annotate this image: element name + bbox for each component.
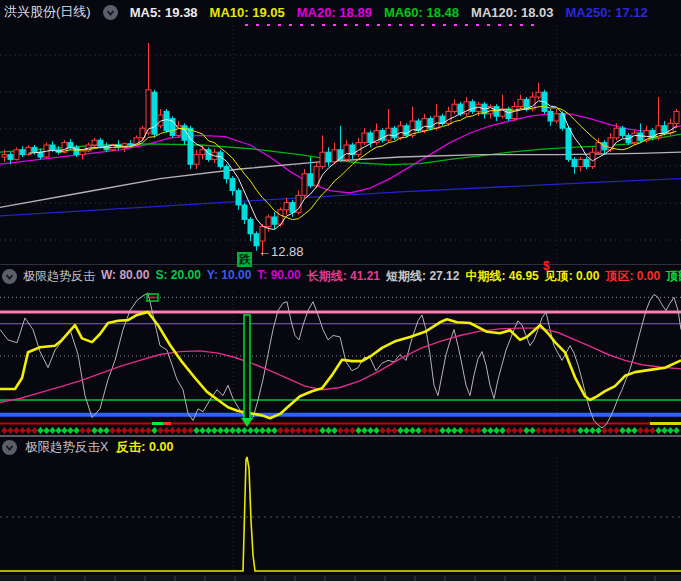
signal-header: 极限趋势反击X 反击: 0.00: [2, 439, 173, 456]
param-W: W: 80.00: [101, 268, 149, 285]
param-短期线: 短期线: 27.12: [386, 268, 459, 285]
param-T: T: 90.00: [257, 268, 300, 285]
param-MA5: MA5: 19.38: [130, 5, 198, 20]
param-MA250: MA250: 17.12: [565, 5, 647, 20]
collapse-chevron-button[interactable]: [2, 440, 17, 455]
signal-panel[interactable]: [0, 457, 681, 581]
trading-app-window: 洪兴股份(日线) MA5: 19.38MA10: 19.05MA20: 18.8…: [0, 0, 681, 581]
dollar-marker: $: [543, 259, 550, 273]
candlestick-panel[interactable]: [0, 25, 681, 265]
param-MA60: MA60: 18.48: [384, 5, 459, 20]
counterattack-value: 反击: 0.00: [116, 439, 173, 456]
indicator-panel[interactable]: [0, 292, 681, 434]
param-中期线: 中期线: 46.95: [465, 268, 538, 285]
low-price-annotation: ←12.88: [258, 244, 304, 259]
indicator-param-list: W: 80.00S: 20.00Y: 10.00T: 90.00长期线: 41.…: [101, 268, 681, 285]
param-MA10: MA10: 19.05: [210, 5, 285, 20]
indicator-header: 极限趋势反击 W: 80.00S: 20.00Y: 10.00T: 90.00长…: [2, 268, 681, 285]
param-MA20: MA20: 18.89: [297, 5, 372, 20]
collapse-chevron-button[interactable]: [103, 5, 118, 20]
chart-canvas[interactable]: [0, 0, 681, 581]
param-MA120: MA120: 18.03: [471, 5, 553, 20]
param-S: S: 20.00: [155, 268, 200, 285]
param-顶区: 顶区: 0.00: [605, 268, 660, 285]
param-顶部: 顶部: [666, 268, 681, 285]
stock-title: 洪兴股份(日线): [4, 3, 91, 21]
param-Y: Y: 10.00: [207, 268, 251, 285]
ma-list: MA5: 19.38MA10: 19.05MA20: 18.89MA60: 18…: [130, 5, 648, 20]
main-chart-header: 洪兴股份(日线) MA5: 19.38MA10: 19.05MA20: 18.8…: [4, 3, 648, 21]
param-长期线: 长期线: 41.21: [307, 268, 380, 285]
panel-separators: [0, 265, 681, 437]
param-见顶: 见顶: 0.00: [545, 268, 600, 285]
fall-badge: 跌: [237, 252, 252, 267]
indicator-name: 极限趋势反击: [23, 268, 95, 285]
collapse-chevron-button[interactable]: [2, 269, 17, 284]
signal-indicator-name: 极限趋势反击X: [25, 439, 108, 456]
